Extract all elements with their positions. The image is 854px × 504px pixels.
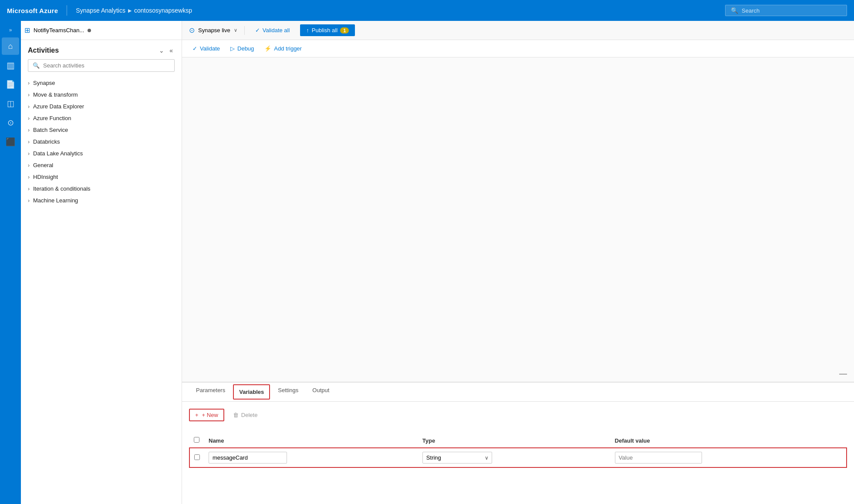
tab-output[interactable]: Output <box>305 383 336 402</box>
table-row: String Boolean Integer Array ∨ <box>189 448 847 467</box>
synapse-analytics-link[interactable]: Synapse Analytics <box>76 7 125 14</box>
add-trigger-btn[interactable]: ⚡ Add trigger <box>261 44 305 54</box>
chevron-right-icon: › <box>28 162 30 168</box>
variable-name-input[interactable] <box>209 452 287 464</box>
global-search-box[interactable]: 🔍 <box>725 5 847 16</box>
chevron-right-icon: › <box>28 151 30 157</box>
publish-all-btn[interactable]: ↑ Publish all 1 <box>300 24 355 36</box>
toolbar-strip: ⊙ Synapse live ∨ ✓ Validate all ↑ Publis… <box>182 21 854 40</box>
row-checkbox[interactable] <box>194 454 200 460</box>
synapse-live-label: Synapse live <box>198 27 230 34</box>
activities-search-box[interactable]: 🔍 <box>28 59 175 72</box>
row-checkbox-cell <box>189 448 204 467</box>
canvas-toolbar: ✓ Validate ▷ Debug ⚡ Add trigger <box>182 40 854 57</box>
trash-icon: 🗑 <box>233 412 239 418</box>
activity-item-azure-function[interactable]: › Azure Function <box>21 112 182 124</box>
left-nav: » ⌂ ▥ 📄 ◫ ⊙ ⬛ <box>0 21 21 504</box>
canvas-minimize-btn[interactable]: — <box>839 369 847 378</box>
tab-variables[interactable]: Variables <box>233 384 270 400</box>
chevron-right-icon: › <box>28 104 30 110</box>
nav-item-data[interactable]: ▥ <box>2 57 19 74</box>
variable-type-select[interactable]: String Boolean Integer Array <box>422 452 492 464</box>
nav-expand-btn[interactable]: » <box>7 24 15 36</box>
activity-item-hdinsight[interactable]: › HDInsight <box>21 171 182 183</box>
chevron-right-icon: › <box>28 186 30 192</box>
activities-list: › Synapse › Move & transform › Azure Dat… <box>21 77 182 504</box>
col-default-value: Default value <box>611 433 847 448</box>
debug-label: Debug <box>237 45 254 52</box>
nav-item-manage[interactable]: ⬛ <box>2 133 19 151</box>
activities-search-icon: 🔍 <box>33 62 40 69</box>
toolbar-divider1 <box>244 26 245 35</box>
new-plus-icon: + <box>195 412 199 418</box>
new-variable-btn[interactable]: + + New <box>189 409 224 421</box>
variables-table: Name Type Default value <box>189 433 847 468</box>
tab-unsaved-dot <box>88 29 91 32</box>
add-trigger-label: Add trigger <box>274 45 302 52</box>
activity-item-batch-service[interactable]: › Batch Service <box>21 124 182 136</box>
pipeline-canvas[interactable]: — <box>182 57 854 382</box>
activity-item-data-lake-analytics[interactable]: › Data Lake Analytics <box>21 148 182 159</box>
publish-all-label: Publish all <box>312 27 338 34</box>
pipeline-tab-icon: ⊞ <box>24 26 30 34</box>
chevron-right-icon: › <box>28 139 30 145</box>
chevron-right-icon: › <box>28 115 30 121</box>
main-editor-area: ⊙ Synapse live ∨ ✓ Validate all ↑ Publis… <box>182 21 854 504</box>
activities-search-input[interactable] <box>43 62 170 69</box>
breadcrumb-chevron: ▶ <box>128 8 132 13</box>
select-all-checkbox[interactable] <box>194 437 199 443</box>
top-bar: Microsoft Azure Synapse Analytics ▶ cont… <box>0 0 854 21</box>
validate-btn[interactable]: ✓ Validate <box>189 44 223 54</box>
col-name: Name <box>204 433 418 448</box>
variables-actions-row: + + New 🗑 Delete <box>189 409 847 427</box>
nav-item-home[interactable]: ⌂ <box>2 37 19 55</box>
global-search-input[interactable] <box>742 7 841 14</box>
chevron-right-icon: › <box>28 92 30 98</box>
row-default-value-cell <box>611 448 847 467</box>
activity-item-azure-data-explorer[interactable]: › Azure Data Explorer <box>21 101 182 112</box>
delete-variable-btn[interactable]: 🗑 Delete <box>228 410 263 420</box>
activity-item-iteration-conditionals[interactable]: › Iteration & conditionals <box>21 183 182 195</box>
activity-item-move-transform[interactable]: › Move & transform <box>21 89 182 101</box>
add-trigger-icon: ⚡ <box>264 45 271 52</box>
activities-close-btn[interactable]: « <box>168 46 175 55</box>
publish-upload-icon: ↑ <box>306 27 309 34</box>
new-label: + New <box>201 412 218 418</box>
activity-item-general[interactable]: › General <box>21 159 182 171</box>
activity-item-synapse[interactable]: › Synapse <box>21 77 182 89</box>
chevron-right-icon: › <box>28 174 30 180</box>
brand-label: Microsoft Azure <box>7 7 58 14</box>
pipeline-tab-header: ⊞ NotifiyTeamsChan... <box>21 21 182 40</box>
bottom-panel: Parameters Variables Settings Output <box>182 382 854 504</box>
debug-play-icon: ▷ <box>230 45 235 52</box>
debug-btn[interactable]: ▷ Debug <box>227 44 257 54</box>
activity-item-machine-learning[interactable]: › Machine Learning <box>21 195 182 206</box>
activities-collapse-btn[interactable]: ⌄ <box>157 46 166 55</box>
pipeline-tab-title[interactable]: NotifiyTeamsChan... <box>34 27 84 34</box>
workspace-link[interactable]: contososynapsewksp <box>134 7 192 14</box>
nav-item-monitor[interactable]: ⊙ <box>2 114 19 131</box>
validate-label: Validate <box>200 45 220 52</box>
synapse-live-chevron: ∨ <box>234 27 237 33</box>
variables-content: + + New 🗑 Delete <box>182 402 854 504</box>
nav-item-develop[interactable]: 📄 <box>2 76 19 93</box>
panel-tabs: Parameters Variables Settings Output <box>182 383 854 402</box>
delete-label: Delete <box>241 412 258 418</box>
activities-controls: ⌄ « <box>157 46 175 55</box>
validate-all-btn[interactable]: ✓ Validate all <box>252 25 294 35</box>
activities-title: Activities <box>28 47 59 54</box>
nav-item-integrate[interactable]: ◫ <box>2 95 19 112</box>
col-checkbox <box>189 433 204 448</box>
tab-settings[interactable]: Settings <box>271 383 305 402</box>
activity-item-databricks[interactable]: › Databricks <box>21 136 182 148</box>
synapse-live-dropdown[interactable]: ⊙ Synapse live ∨ <box>189 26 237 34</box>
publish-badge: 1 <box>340 27 349 34</box>
variable-default-value-input[interactable] <box>615 452 702 464</box>
validate-check-icon: ✓ <box>192 45 197 52</box>
row-name-cell <box>204 448 418 467</box>
activities-header: Activities ⌄ « <box>21 40 182 59</box>
global-search-icon: 🔍 <box>731 7 738 14</box>
top-bar-divider <box>67 5 67 16</box>
variables-table-header: Name Type Default value <box>189 433 847 448</box>
tab-parameters[interactable]: Parameters <box>189 383 232 402</box>
